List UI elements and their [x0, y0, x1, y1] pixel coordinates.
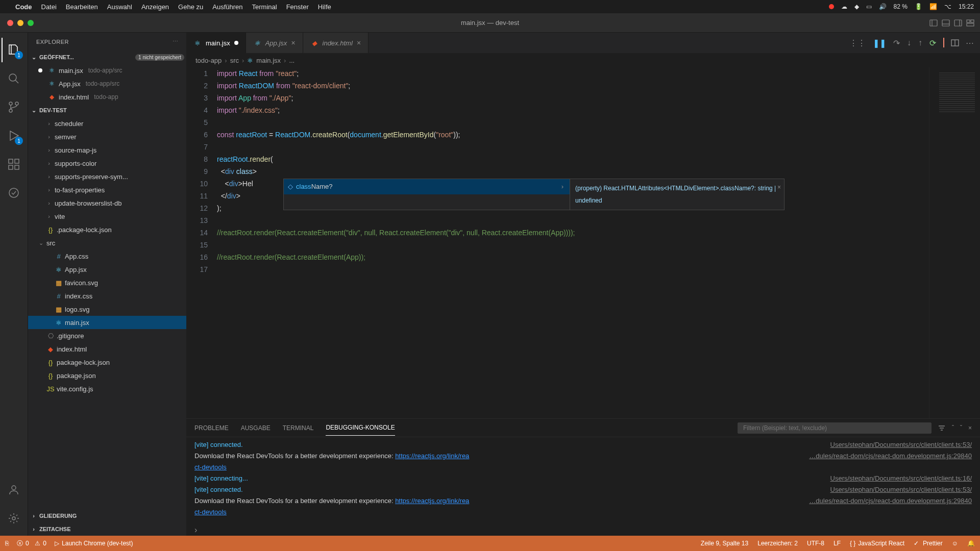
panel-tab-ausgabe[interactable]: AUSGABE [241, 420, 271, 436]
breadcrumb-item[interactable]: todo-app [195, 57, 222, 64]
debug-step-over-button[interactable]: ↷ [893, 38, 900, 48]
open-editors-section[interactable]: ⌄ GEÖFFNET... 1 nicht gespeichert [28, 51, 186, 64]
outline-section[interactable]: › GLIEDERUNG [28, 509, 186, 522]
activity-settings[interactable] [2, 506, 26, 531]
control-center-icon[interactable]: ⌥ [944, 3, 951, 10]
status-feedback-icon[interactable]: ☺ [952, 540, 958, 547]
panel-tab-debug-console[interactable]: DEBUGGING-KONSOLE [326, 420, 395, 436]
activity-extensions[interactable] [2, 152, 26, 177]
status-cursor-position[interactable]: Zeile 9, Spalte 13 [701, 540, 748, 547]
file-tree-item[interactable]: ›supports-preserve-sym... [28, 170, 186, 183]
activity-explorer[interactable]: 1 [2, 38, 26, 62]
layout-panel-icon[interactable] [941, 18, 950, 28]
editor-tab[interactable]: ◆index.html× [303, 33, 369, 53]
status-bell-icon[interactable]: 🔔 [967, 540, 975, 547]
activity-remote[interactable] [2, 181, 26, 205]
activity-search[interactable] [2, 66, 26, 91]
layout-sidebar-right-icon[interactable] [953, 18, 963, 28]
window-minimize-button[interactable] [17, 20, 23, 26]
menu-terminal[interactable]: Terminal [252, 3, 277, 11]
panel-tab-probleme[interactable]: PROBLEME [194, 420, 229, 436]
log-source-link[interactable]: Users/stephan/Documents/src/client/clien… [830, 439, 972, 450]
editor-tab[interactable]: ⚛main.jsx [186, 33, 246, 53]
sidebar-more-icon[interactable]: ⋯ [173, 38, 179, 45]
menu-anzeigen[interactable]: Anzeigen [141, 3, 169, 11]
minimap[interactable] [929, 67, 980, 418]
file-tree-item[interactable]: ›supports-color [28, 157, 186, 170]
activity-source-control[interactable] [2, 95, 26, 119]
breadcrumbs[interactable]: todo-app › src › ⚛ main.jsx › ... [186, 53, 980, 67]
file-tree-item[interactable]: ▦favicon.svg [28, 276, 186, 289]
menu-fenster[interactable]: Fenster [286, 3, 309, 11]
close-icon[interactable]: × [291, 39, 295, 47]
panel-maximize-icon[interactable]: ˇ [960, 424, 962, 432]
window-maximize-button[interactable] [28, 20, 34, 26]
editor-tab[interactable]: ⚛App.jsx× [246, 33, 303, 53]
file-tree-item[interactable]: ⚛main.jsx [28, 316, 186, 329]
breadcrumb-item[interactable]: main.jsx [256, 57, 281, 64]
split-editor-icon[interactable] [950, 38, 960, 47]
debug-drag-handle-icon[interactable]: ⋮⋮ [849, 38, 866, 48]
menu-bearbeiten[interactable]: Bearbeiten [66, 3, 98, 11]
status-eol[interactable]: LF [834, 540, 841, 547]
file-tree-item[interactable]: ›source-map-js [28, 143, 186, 157]
layout-sidebar-left-icon[interactable] [929, 18, 938, 28]
timeline-section[interactable]: › ZEITACHSE [28, 522, 186, 536]
file-tree-item[interactable]: JSvite.config.js [28, 382, 186, 395]
log-source-link[interactable]: Users/stephan/Documents/src/client/clien… [830, 473, 972, 484]
wifi-icon[interactable]: 📶 [929, 3, 937, 10]
menubar-app[interactable]: Code [15, 3, 32, 11]
panel-filter-input[interactable] [738, 422, 932, 434]
file-tree-item[interactable]: {}.package-lock.json [28, 223, 186, 236]
file-tree-item[interactable]: ⎔.gitignore [28, 329, 186, 342]
code-content[interactable]: import React from "react"; import ReactD… [217, 67, 980, 418]
debug-step-out-button[interactable]: ↑ [918, 38, 922, 47]
window-close-button[interactable] [7, 20, 13, 26]
file-tree-item[interactable]: {}package.json [28, 369, 186, 382]
menu-gehezu[interactable]: Gehe zu [178, 3, 203, 11]
battery-icon[interactable]: 🔋 [915, 3, 922, 10]
breadcrumb-item[interactable]: src [230, 57, 239, 64]
status-remote[interactable]: ⎘ [5, 540, 9, 547]
recording-indicator-icon[interactable] [829, 4, 834, 9]
docker-icon[interactable]: ◆ [854, 3, 859, 10]
log-source-link[interactable]: …dules/react-dom/cjs/react-dom.developme… [809, 495, 972, 507]
clock[interactable]: 15:22 [959, 3, 974, 10]
open-editor-item[interactable]: ◆index.htmltodo-app [28, 90, 186, 104]
debug-stop-button[interactable] [943, 38, 944, 47]
display-icon[interactable]: ▭ [866, 3, 872, 10]
status-launch[interactable]: ▷ Launch Chrome (dev-test) [55, 540, 133, 547]
open-editor-item[interactable]: ⚛App.jsxtodo-app/src [28, 77, 186, 90]
volume-icon[interactable]: 🔊 [879, 3, 887, 10]
file-tree-item[interactable]: ›vite [28, 210, 186, 223]
activity-debug[interactable]: 1 [2, 123, 26, 148]
breadcrumb-item[interactable]: ... [289, 57, 295, 64]
code-editor[interactable]: 1234567891011121314151617 import React f… [186, 67, 980, 418]
file-tree-item[interactable]: #App.css [28, 249, 186, 263]
file-tree-item[interactable]: ›scheduler [28, 117, 186, 130]
debug-restart-button[interactable]: ⟳ [929, 38, 936, 48]
filter-settings-icon[interactable] [938, 424, 946, 432]
file-tree-item[interactable]: ›update-browserslist-db [28, 196, 186, 210]
file-tree-item[interactable]: ⌄src [28, 236, 186, 249]
cloud-icon[interactable]: ☁ [841, 3, 847, 10]
file-tree-item[interactable]: ›semver [28, 130, 186, 143]
editor-more-icon[interactable]: ⋯ [966, 38, 974, 48]
close-icon[interactable]: × [357, 39, 361, 47]
file-tree-item[interactable]: #index.css [28, 289, 186, 303]
status-encoding[interactable]: UTF-8 [807, 540, 824, 547]
panel-collapse-icon[interactable]: ˆ [952, 424, 954, 432]
debug-step-into-button[interactable]: ↓ [907, 38, 911, 47]
project-section[interactable]: ⌄ DEV-TEST [28, 104, 186, 117]
autocomplete-popup[interactable]: ◇ className? › (property) React.HTMLAttr… [283, 179, 785, 210]
status-indentation[interactable]: Leerzeichen: 2 [757, 540, 798, 547]
file-tree-item[interactable]: ◆index.html [28, 342, 186, 356]
debug-pause-button[interactable]: ❚❚ [873, 38, 886, 48]
menu-ausfuehren[interactable]: Ausführen [212, 3, 242, 11]
debug-console-prompt[interactable]: › [186, 524, 980, 536]
file-tree-item[interactable]: ▦logo.svg [28, 303, 186, 316]
close-icon[interactable]: × [777, 181, 781, 193]
menu-auswahl[interactable]: Auswahl [107, 3, 132, 11]
status-language[interactable]: { } JavaScript React [850, 540, 904, 547]
menu-datei[interactable]: Datei [41, 3, 57, 11]
